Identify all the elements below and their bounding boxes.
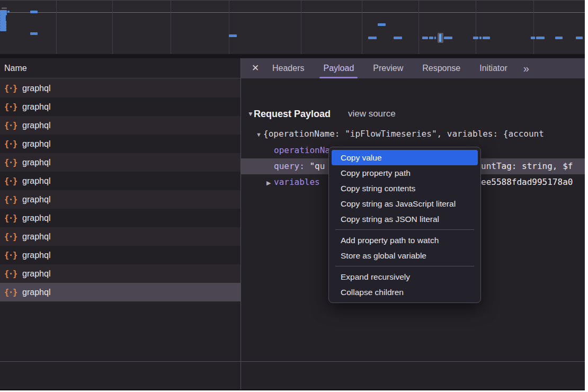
- request-name-label: graphql: [22, 84, 50, 93]
- request-name-label: graphql: [22, 121, 50, 130]
- detail-tabbar: ✕ HeadersPayloadPreviewResponseInitiator…: [241, 58, 585, 78]
- menu-item-copy-value[interactable]: Copy value: [332, 150, 478, 165]
- json-braces-icon: {·}: [4, 176, 17, 186]
- overview-midline: [0, 12, 585, 13]
- request-row[interactable]: {·}graphql: [0, 283, 240, 301]
- menu-item-add-property-path-to-watch[interactable]: Add property path to watch: [332, 233, 478, 248]
- json-braces-icon: {·}: [4, 213, 17, 223]
- request-row[interactable]: {·}graphql: [0, 79, 240, 97]
- waterfall-bar: [7, 11, 10, 13]
- waterfall-bar: [30, 32, 38, 35]
- request-name-label: graphql: [22, 176, 50, 186]
- waterfall-bar: [434, 37, 436, 39]
- waterfall-bar: [30, 11, 38, 13]
- waterfall-bar: [429, 37, 433, 39]
- request-row[interactable]: {·}graphql: [0, 135, 240, 153]
- hover-marker-bar: [439, 34, 441, 42]
- request-row[interactable]: {·}graphql: [0, 264, 240, 283]
- request-payload-section[interactable]: ▼Request Payloadview source: [241, 106, 396, 122]
- request-name-label: graphql: [22, 251, 50, 260]
- waterfall-bar: [368, 37, 377, 39]
- name-column-header[interactable]: Name: [0, 58, 240, 78]
- property-value-right: ee5588fdad995178a0: [481, 174, 573, 190]
- request-row[interactable]: {·}graphql: [0, 209, 240, 227]
- caret-down-icon[interactable]: ▼: [256, 127, 263, 142]
- json-braces-icon: {·}: [4, 139, 17, 149]
- request-row[interactable]: {·}graphql: [0, 97, 240, 116]
- json-braces-icon: {·}: [4, 269, 17, 279]
- property-value-right: untTag: string, $f: [481, 158, 573, 174]
- overview-gridline: [476, 1, 476, 55]
- overview-gridline: [418, 1, 419, 55]
- json-braces-icon: {·}: [4, 121, 17, 130]
- tab-payload[interactable]: Payload: [323, 58, 354, 78]
- waterfall-bar: [444, 37, 452, 39]
- window-bottom-edge: [0, 389, 585, 390]
- waterfall-bar: [531, 37, 535, 39]
- request-name-label: graphql: [22, 102, 50, 112]
- waterfall-bar: [229, 34, 237, 37]
- waterfall-bar: [422, 37, 428, 39]
- menu-item-copy-string-contents[interactable]: Copy string contents: [332, 181, 478, 196]
- request-name-label: graphql: [22, 269, 50, 279]
- overview-gridline: [112, 1, 113, 55]
- view-source-link[interactable]: view source: [348, 106, 396, 122]
- json-braces-icon: {·}: [4, 195, 17, 204]
- context-menu: Copy valueCopy property pathCopy string …: [328, 147, 481, 303]
- network-overview-timeline[interactable]: [0, 0, 585, 55]
- section-title: Request Payload: [254, 106, 331, 122]
- footer-divider: [0, 361, 585, 362]
- waterfall-bar: [536, 37, 545, 39]
- overview-gridline: [301, 1, 301, 55]
- waterfall-bar: [555, 37, 563, 39]
- payload-root-row[interactable]: ▼{operationName: "ipFlowTimeseries", var…: [241, 126, 585, 142]
- json-braces-icon: {·}: [4, 84, 17, 93]
- menu-separator: [335, 266, 474, 266]
- request-name-label: graphql: [22, 195, 50, 204]
- request-name-label: graphql: [22, 139, 50, 149]
- request-row[interactable]: {·}graphql: [0, 153, 240, 172]
- request-row[interactable]: {·}graphql: [0, 246, 240, 264]
- tab-headers[interactable]: Headers: [272, 58, 304, 78]
- json-braces-icon: {·}: [4, 102, 17, 112]
- close-icon[interactable]: ✕: [252, 58, 259, 78]
- caret-right-icon[interactable]: ▶: [266, 175, 274, 191]
- tab-preview[interactable]: Preview: [373, 58, 403, 78]
- menu-item-copy-property-path[interactable]: Copy property path: [332, 165, 478, 181]
- menu-item-copy-string-as-javascript-literal[interactable]: Copy string as JavaScript literal: [332, 196, 478, 211]
- waterfall-bar: [2, 7, 7, 9]
- json-braces-icon: {·}: [4, 251, 17, 260]
- overview-gridline: [533, 1, 534, 55]
- waterfall-bar: [394, 37, 402, 39]
- tab-response[interactable]: Response: [422, 58, 460, 78]
- waterfall-bar: [483, 37, 490, 39]
- request-name-label: graphql: [22, 288, 50, 297]
- request-row[interactable]: {·}graphql: [0, 190, 240, 209]
- property-key: variables: [274, 177, 320, 187]
- payload-preview-text: {operationName: "ipFlowTimeseries", vari…: [263, 129, 544, 139]
- waterfall-bar: [576, 37, 583, 39]
- hover-marker: [438, 33, 443, 43]
- waterfall-bar: [473, 37, 478, 39]
- devtools-window: Name {·}graphql{·}graphql{·}graphql{·}gr…: [0, 0, 585, 389]
- menu-separator: [335, 229, 474, 230]
- property-value-left: "qu: [309, 161, 325, 171]
- property-key: query:: [274, 161, 305, 171]
- request-row[interactable]: {·}graphql: [0, 227, 240, 246]
- request-row[interactable]: {·}graphql: [0, 116, 240, 135]
- more-tabs-icon[interactable]: »: [523, 63, 528, 75]
- menu-item-copy-string-as-json-literal[interactable]: Copy string as JSON literal: [332, 211, 478, 227]
- json-braces-icon: {·}: [4, 288, 17, 297]
- caret-down-icon[interactable]: ▼: [247, 106, 254, 122]
- request-name-label: graphql: [22, 232, 50, 242]
- waterfall-bar: [0, 29, 6, 31]
- menu-item-expand-recursively[interactable]: Expand recursively: [332, 269, 478, 284]
- overview-gridline: [229, 1, 229, 55]
- menu-item-store-as-global-variable[interactable]: Store as global variable: [332, 248, 478, 263]
- waterfall-bar: [378, 23, 386, 26]
- overview-gridline: [171, 1, 171, 55]
- tab-initiator[interactable]: Initiator: [479, 58, 507, 78]
- request-row[interactable]: {·}graphql: [0, 172, 240, 190]
- request-list: {·}graphql{·}graphql{·}graphql{·}graphql…: [0, 79, 240, 301]
- menu-item-collapse-children[interactable]: Collapse children: [332, 284, 478, 300]
